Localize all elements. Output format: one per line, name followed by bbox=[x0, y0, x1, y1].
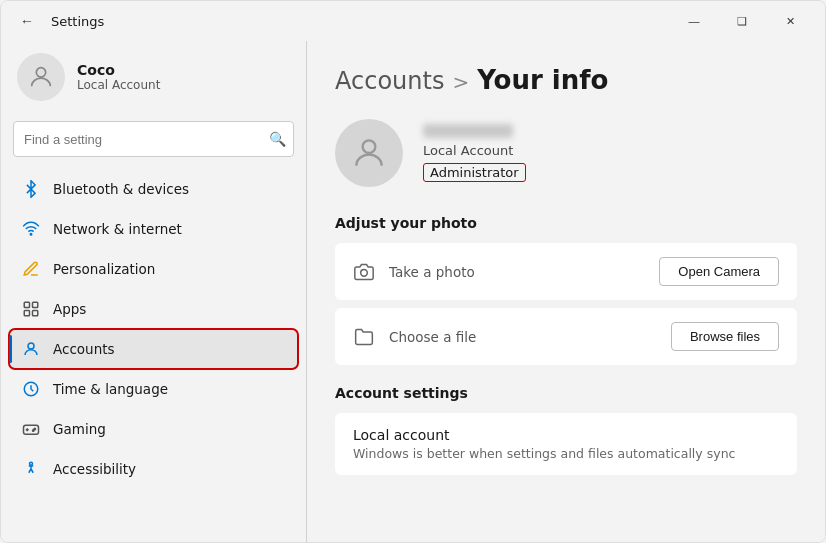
time-icon bbox=[21, 379, 41, 399]
adjust-photo-title: Adjust your photo bbox=[335, 215, 797, 231]
sidebar-item-accessibility[interactable]: Accessibility bbox=[9, 449, 298, 489]
svg-point-11 bbox=[30, 462, 33, 465]
sidebar-item-apps-label: Apps bbox=[53, 301, 86, 317]
svg-point-10 bbox=[33, 430, 35, 432]
svg-rect-3 bbox=[33, 302, 38, 307]
nav-list: Bluetooth & devices Network & internet bbox=[1, 169, 306, 542]
search-box: 🔍 bbox=[13, 121, 294, 157]
sidebar-item-bluetooth-label: Bluetooth & devices bbox=[53, 181, 189, 197]
page-title: Your info bbox=[477, 65, 608, 95]
svg-point-0 bbox=[36, 68, 45, 77]
take-photo-row: Take a photo Open Camera bbox=[335, 243, 797, 300]
breadcrumb: Accounts bbox=[335, 67, 444, 95]
accessibility-icon bbox=[21, 459, 41, 479]
sidebar-item-accessibility-label: Accessibility bbox=[53, 461, 136, 477]
user-section: Local Account Administrator bbox=[335, 119, 797, 187]
sidebar-item-apps[interactable]: Apps bbox=[9, 289, 298, 329]
sidebar-item-bluetooth[interactable]: Bluetooth & devices bbox=[9, 169, 298, 209]
user-account-type: Local Account bbox=[77, 78, 160, 92]
svg-rect-2 bbox=[24, 302, 29, 307]
choose-file-card: Choose a file Browse files bbox=[335, 308, 797, 365]
local-account-subtitle: Windows is better when settings and file… bbox=[353, 446, 779, 461]
choose-file-left: Choose a file bbox=[353, 326, 476, 348]
user-name: Coco bbox=[77, 62, 160, 78]
maximize-button[interactable]: ❑ bbox=[719, 5, 765, 37]
main-content: Accounts > Your info Local Account Admin… bbox=[307, 41, 825, 542]
big-avatar bbox=[335, 119, 403, 187]
window-title: Settings bbox=[51, 14, 104, 29]
open-camera-button[interactable]: Open Camera bbox=[659, 257, 779, 286]
sidebar-item-accounts[interactable]: Accounts bbox=[9, 329, 298, 369]
sidebar-item-personalization-label: Personalization bbox=[53, 261, 155, 277]
breadcrumb-separator: > bbox=[452, 70, 469, 94]
svg-point-13 bbox=[361, 269, 368, 276]
content-area: Coco Local Account 🔍 Bluetooth & devi bbox=[1, 41, 825, 542]
choose-file-row: Choose a file Browse files bbox=[335, 308, 797, 365]
settings-window: ← Settings — ❑ ✕ Coco Local Account bbox=[0, 0, 826, 543]
take-photo-left: Take a photo bbox=[353, 261, 475, 283]
user-details: Local Account Administrator bbox=[423, 124, 526, 182]
svg-point-6 bbox=[28, 343, 34, 349]
sidebar-item-accounts-label: Accounts bbox=[53, 341, 115, 357]
network-icon bbox=[21, 219, 41, 239]
bluetooth-icon bbox=[21, 179, 41, 199]
sidebar-item-gaming-label: Gaming bbox=[53, 421, 106, 437]
sidebar-item-network-label: Network & internet bbox=[53, 221, 182, 237]
apps-icon bbox=[21, 299, 41, 319]
sidebar-item-time[interactable]: Time & language bbox=[9, 369, 298, 409]
accounts-icon bbox=[21, 339, 41, 359]
account-settings-title: Account settings bbox=[335, 385, 797, 401]
svg-point-12 bbox=[363, 140, 376, 153]
administrator-badge: Administrator bbox=[423, 163, 526, 182]
svg-rect-5 bbox=[33, 311, 38, 316]
folder-icon bbox=[353, 326, 375, 348]
avatar bbox=[17, 53, 65, 101]
take-photo-label: Take a photo bbox=[389, 264, 475, 280]
personalization-icon bbox=[21, 259, 41, 279]
sidebar-item-network[interactable]: Network & internet bbox=[9, 209, 298, 249]
sidebar-item-time-label: Time & language bbox=[53, 381, 168, 397]
close-button[interactable]: ✕ bbox=[767, 5, 813, 37]
svg-rect-4 bbox=[24, 311, 29, 316]
user-profile: Coco Local Account bbox=[1, 41, 306, 117]
search-icon: 🔍 bbox=[269, 131, 286, 147]
local-account-title: Local account bbox=[353, 427, 779, 443]
page-heading: Accounts > Your info bbox=[335, 65, 797, 95]
browse-files-button[interactable]: Browse files bbox=[671, 322, 779, 351]
sidebar-item-personalization[interactable]: Personalization bbox=[9, 249, 298, 289]
camera-icon bbox=[353, 261, 375, 283]
sidebar: Coco Local Account 🔍 Bluetooth & devi bbox=[1, 41, 306, 542]
user-info: Coco Local Account bbox=[77, 62, 160, 92]
user-blurred-name bbox=[423, 124, 513, 138]
local-account-card: Local account Windows is better when set… bbox=[335, 413, 797, 475]
search-input[interactable] bbox=[13, 121, 294, 157]
choose-file-label: Choose a file bbox=[389, 329, 476, 345]
back-button[interactable]: ← bbox=[13, 7, 41, 35]
minimize-button[interactable]: — bbox=[671, 5, 717, 37]
account-settings-section: Account settings Local account Windows i… bbox=[335, 385, 797, 475]
svg-point-1 bbox=[30, 234, 32, 236]
window-controls: — ❑ ✕ bbox=[671, 5, 813, 37]
title-bar: ← Settings — ❑ ✕ bbox=[1, 1, 825, 41]
sidebar-item-gaming[interactable]: Gaming bbox=[9, 409, 298, 449]
gaming-icon bbox=[21, 419, 41, 439]
local-account-label: Local Account bbox=[423, 143, 526, 158]
take-photo-card: Take a photo Open Camera bbox=[335, 243, 797, 300]
title-bar-left: ← Settings bbox=[13, 7, 104, 35]
